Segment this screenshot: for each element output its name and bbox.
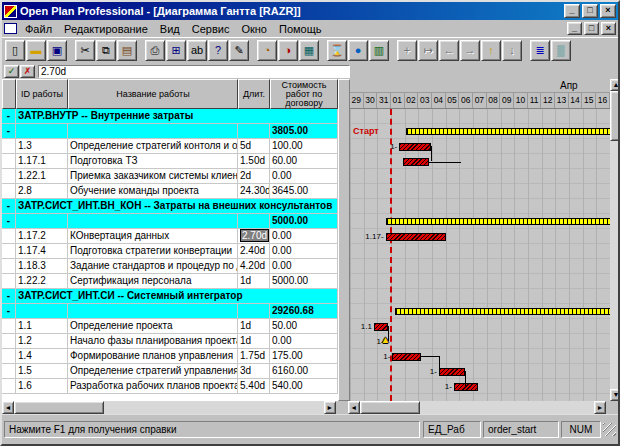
gantt-scroll-right-button[interactable]: ► bbox=[594, 401, 606, 414]
table-row-1.22.2[interactable]: 1.22.2Сертификация персонала1d5000.00 bbox=[2, 274, 338, 289]
task-bar[interactable] bbox=[386, 233, 446, 241]
close-button[interactable]: × bbox=[600, 4, 616, 18]
expand-toggle[interactable]: - bbox=[2, 289, 16, 304]
scroll-down-button[interactable]: ▼ bbox=[610, 389, 620, 401]
cell-duration: 1d bbox=[238, 334, 270, 349]
time-analysis-button[interactable]: ◔ bbox=[257, 40, 277, 61]
mdi-child-icon[interactable] bbox=[4, 23, 17, 34]
table-row-1.17.1[interactable]: 1.17.1Подготовка ТЗ1.50d60.00 bbox=[2, 154, 338, 169]
menu-item-1[interactable]: Файл bbox=[19, 22, 58, 36]
cut-button[interactable]: ✂ bbox=[75, 40, 95, 61]
save-button[interactable]: ▣ bbox=[47, 40, 67, 61]
task-bar[interactable] bbox=[392, 353, 421, 361]
print-preview-button[interactable]: ⊞ bbox=[166, 40, 186, 61]
mdi-restore-button[interactable]: □ bbox=[584, 22, 599, 35]
table-row-1.17.2[interactable]: 1.17.2КОнвертация данных2.70d0.00 bbox=[2, 229, 338, 244]
table-row-section-6[interactable]: -ЗАТР.СИСТ_ИНТ.ВН_КОН -- Затраты на внеш… bbox=[2, 199, 338, 214]
table-row-total-13[interactable]: -29260.68 bbox=[2, 304, 338, 319]
table-row-total-1[interactable]: -3805.00 bbox=[2, 124, 338, 139]
move-up-button[interactable]: ↑ bbox=[481, 40, 501, 61]
menu-item-6[interactable]: Помощь bbox=[273, 22, 328, 36]
view-spreadsheet-button[interactable]: ▒ bbox=[551, 40, 571, 61]
task-bar[interactable] bbox=[374, 323, 388, 331]
resource-analysis-button[interactable]: ◑ bbox=[278, 40, 298, 61]
expand-toggle[interactable]: - bbox=[2, 124, 16, 139]
help-button[interactable]: ? bbox=[208, 40, 228, 61]
table-row-1.3[interactable]: 1.3Определение стратегий контоля и отч5d… bbox=[2, 139, 338, 154]
cancel-edit-button[interactable]: ✗ bbox=[20, 65, 35, 78]
move-down-button[interactable]: ↓ bbox=[502, 40, 522, 61]
status-panels: ЕД_Рабorder_startNUM bbox=[423, 421, 601, 438]
table-row-1.6[interactable]: 1.6Разработка рабочих планов проекта5.40… bbox=[2, 379, 338, 394]
table-row-section-0[interactable]: -ЗАТР.ВНУТР -- Внутренние затраты bbox=[2, 109, 338, 124]
table-scroll-track[interactable] bbox=[14, 401, 324, 414]
link-activities-button[interactable]: ↦ bbox=[418, 40, 438, 61]
spell-check-button[interactable]: ab bbox=[187, 40, 207, 61]
table-row-1.2[interactable]: 1.2Начало фазы планирования проекта1d0.0… bbox=[2, 334, 338, 349]
view-barchart-button[interactable]: ≣ bbox=[530, 40, 550, 61]
cell-duration bbox=[238, 124, 270, 139]
restore-button[interactable]: □ bbox=[582, 4, 598, 18]
task-bar[interactable] bbox=[399, 143, 430, 151]
insert-activity-button[interactable]: + bbox=[397, 40, 417, 61]
task-bar[interactable] bbox=[439, 368, 465, 376]
table-row-1.17.4[interactable]: 1.17.4Подготовка стратегии конвертации2.… bbox=[2, 244, 338, 259]
summary-bar[interactable] bbox=[386, 218, 610, 225]
table-scroll-right-button[interactable]: ► bbox=[324, 401, 336, 414]
indent-left-button[interactable]: ← bbox=[439, 40, 459, 61]
table-row-1.4[interactable]: 1.4Формирование планов управления1.75d17… bbox=[2, 349, 338, 364]
vertical-scroll-thumb[interactable] bbox=[610, 91, 620, 141]
duration-edit-cell[interactable]: 2.70d bbox=[240, 229, 269, 242]
table-row-total-7[interactable]: -5000.00 bbox=[2, 214, 338, 229]
menu-item-5[interactable]: Окно bbox=[235, 22, 273, 36]
expand-toggle[interactable]: - bbox=[2, 109, 16, 124]
expand-cell bbox=[2, 379, 16, 394]
expand-toggle[interactable]: - bbox=[2, 199, 16, 214]
table-row-2.8[interactable]: 2.8Обучение команды проекта24.30d3645.00 bbox=[2, 184, 338, 199]
gantt-scroll-track[interactable] bbox=[360, 401, 594, 414]
gantt-scroll-thumb[interactable] bbox=[360, 401, 420, 414]
histogram-button[interactable]: ▥ bbox=[369, 40, 389, 61]
edit-value-input[interactable] bbox=[38, 65, 350, 78]
accept-edit-button[interactable]: ✓ bbox=[4, 65, 19, 78]
milestone-marker[interactable]: ▲ bbox=[381, 335, 391, 345]
mdi-minimize-button[interactable]: _ bbox=[567, 22, 582, 35]
cell-name: Определение проекта bbox=[68, 319, 238, 334]
scroll-up-button[interactable]: ▲ bbox=[610, 79, 620, 91]
table-scroll-thumb[interactable] bbox=[14, 401, 104, 414]
context-help-button[interactable]: ✎ bbox=[229, 40, 249, 61]
expand-toggle[interactable]: - bbox=[2, 214, 16, 229]
table-scroll-left-button[interactable]: ◄ bbox=[2, 401, 14, 414]
paste-button[interactable]: ▤ bbox=[117, 40, 137, 61]
mdi-close-button[interactable]: × bbox=[601, 22, 616, 35]
copy-button[interactable]: ⧉ bbox=[96, 40, 116, 61]
vertical-scroll-track[interactable] bbox=[610, 91, 620, 389]
menu-item-3[interactable]: Вид bbox=[154, 22, 186, 36]
table-row-section-12[interactable]: -ЗАТР.СИСТ_ИНТ.СИ -- Системный интеграто… bbox=[2, 289, 338, 304]
table-row-1.22.1[interactable]: 1.22.1Приемка заказчиком системы клиент2… bbox=[2, 169, 338, 184]
expand-toggle[interactable]: - bbox=[2, 304, 16, 319]
task-bar[interactable] bbox=[403, 158, 429, 166]
table-row-1.1[interactable]: 1.1Определение проекта1d50.00 bbox=[2, 319, 338, 334]
menu-item-2[interactable]: Редактирование bbox=[58, 22, 154, 36]
resize-grip[interactable] bbox=[603, 423, 616, 436]
minimize-button[interactable]: _ bbox=[564, 4, 580, 18]
globe-button[interactable]: ● bbox=[348, 40, 368, 61]
table-row-1.18.3[interactable]: 1.18.3Задание стандартов и процедур по д… bbox=[2, 259, 338, 274]
app-icon[interactable] bbox=[4, 5, 17, 18]
cost-calculator-button[interactable]: ▦ bbox=[299, 40, 319, 61]
table-row-1.5[interactable]: 1.5Определение стратегий управления3d616… bbox=[2, 364, 338, 379]
summary-bar[interactable] bbox=[406, 128, 610, 135]
new-document-button[interactable]: ▯ bbox=[5, 40, 25, 61]
task-bar[interactable] bbox=[454, 383, 478, 391]
print-button[interactable]: ⎙ bbox=[145, 40, 165, 61]
day-header: 03 bbox=[418, 93, 432, 108]
pane-splitter[interactable] bbox=[338, 79, 350, 401]
menu-item-4[interactable]: Сервис bbox=[186, 22, 236, 36]
gantt-scroll-left-button[interactable]: ◄ bbox=[348, 401, 360, 414]
hourglass-button[interactable]: ⌛ bbox=[327, 40, 347, 61]
cell-id: 1.3 bbox=[16, 139, 68, 154]
indent-right-button[interactable]: → bbox=[460, 40, 480, 61]
open-folder-button[interactable]: ▬ bbox=[26, 40, 46, 61]
summary-bar[interactable] bbox=[395, 308, 610, 315]
